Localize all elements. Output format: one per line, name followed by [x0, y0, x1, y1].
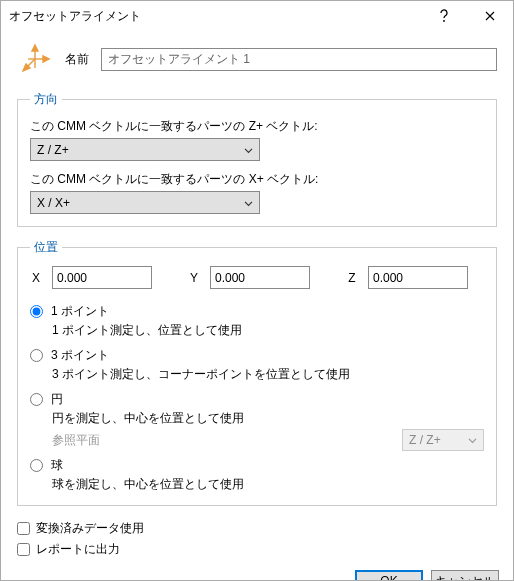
radio-3point-input[interactable]	[30, 349, 43, 362]
option-circle: 円 円を測定し、中心を位置として使用 参照平面 Z / Z+	[30, 391, 484, 451]
desc-1point: 1 ポイント測定し、位置として使用	[52, 322, 484, 339]
option-3point: 3 ポイント 3 ポイント測定し、コーナーポイントを位置として使用	[30, 347, 484, 383]
radio-sphere-input[interactable]	[30, 459, 43, 472]
radio-3point-label: 3 ポイント	[51, 347, 109, 364]
radio-1point-input[interactable]	[30, 305, 43, 318]
ref-plane-select: Z / Z+	[402, 429, 484, 451]
x-input[interactable]	[52, 266, 152, 289]
name-label: 名前	[65, 51, 89, 68]
help-button[interactable]	[421, 1, 467, 31]
direction-legend: 方向	[30, 91, 62, 108]
radio-1point-label: 1 ポイント	[51, 303, 109, 320]
position-legend: 位置	[30, 239, 62, 256]
z-label: Z	[346, 271, 358, 285]
desc-3point: 3 ポイント測定し、コーナーポイントを位置として使用	[52, 366, 484, 383]
checkbox-to-report-label: レポートに出力	[36, 541, 120, 558]
radio-3point[interactable]: 3 ポイント	[30, 347, 484, 364]
checkbox-use-converted-label: 変換済みデータ使用	[36, 520, 144, 537]
radio-circle-input[interactable]	[30, 393, 43, 406]
dialog-content: 名前 方向 この CMM ベクトルに一致するパーツの Z+ ベクトル: Z / …	[1, 31, 513, 560]
y-input[interactable]	[210, 266, 310, 289]
z-input[interactable]	[368, 266, 468, 289]
desc-circle: 円を測定し、中心を位置として使用	[52, 410, 484, 427]
axes-icon	[17, 41, 53, 77]
cancel-button[interactable]: キャンセル	[431, 570, 499, 581]
z-vector-label: この CMM ベクトルに一致するパーツの Z+ ベクトル:	[30, 118, 484, 135]
xyz-row: X Y Z	[30, 266, 484, 289]
radio-circle[interactable]: 円	[30, 391, 484, 408]
ref-plane-value: Z / Z+	[409, 433, 441, 447]
x-vector-label: この CMM ベクトルに一致するパーツの X+ ベクトル:	[30, 171, 484, 188]
ok-button[interactable]: OK	[355, 570, 423, 581]
z-vector-select[interactable]: Z / Z+	[30, 138, 260, 161]
svg-point-0	[443, 20, 445, 22]
radio-sphere-label: 球	[51, 457, 63, 474]
name-row: 名前	[17, 41, 497, 91]
svg-marker-2	[32, 45, 38, 51]
checkbox-use-converted-input[interactable]	[17, 522, 30, 535]
direction-group: 方向 この CMM ベクトルに一致するパーツの Z+ ベクトル: Z / Z+ …	[17, 91, 497, 227]
position-group: 位置 X Y Z 1 ポイント 1 ポイント測定し、位置として使用 3 ポイント…	[17, 239, 497, 506]
z-vector-value: Z / Z+	[37, 143, 69, 157]
chevron-down-icon	[244, 200, 253, 206]
name-input[interactable]	[101, 48, 497, 71]
desc-sphere: 球を測定し、中心を位置として使用	[52, 476, 484, 493]
help-icon	[439, 9, 449, 23]
svg-marker-4	[43, 56, 49, 62]
checkbox-use-converted[interactable]: 変換済みデータ使用	[17, 520, 497, 537]
radio-sphere[interactable]: 球	[30, 457, 484, 474]
chevron-down-icon	[468, 438, 477, 444]
checkbox-to-report-input[interactable]	[17, 543, 30, 556]
title-bar: オフセットアライメント	[1, 1, 513, 31]
chevron-down-icon	[244, 147, 253, 153]
x-vector-value: X / X+	[37, 196, 70, 210]
x-vector-select[interactable]: X / X+	[30, 191, 260, 214]
window-title: オフセットアライメント	[9, 8, 421, 25]
button-row: OK キャンセル	[1, 560, 513, 581]
close-button[interactable]	[467, 1, 513, 31]
option-1point: 1 ポイント 1 ポイント測定し、位置として使用	[30, 303, 484, 339]
radio-circle-label: 円	[51, 391, 63, 408]
y-label: Y	[188, 271, 200, 285]
option-sphere: 球 球を測定し、中心を位置として使用	[30, 457, 484, 493]
ref-plane-row: 参照平面 Z / Z+	[52, 429, 484, 451]
radio-1point[interactable]: 1 ポイント	[30, 303, 484, 320]
ref-plane-label: 参照平面	[52, 432, 100, 449]
x-label: X	[30, 271, 42, 285]
close-icon	[485, 11, 495, 21]
checkbox-to-report[interactable]: レポートに出力	[17, 541, 497, 558]
